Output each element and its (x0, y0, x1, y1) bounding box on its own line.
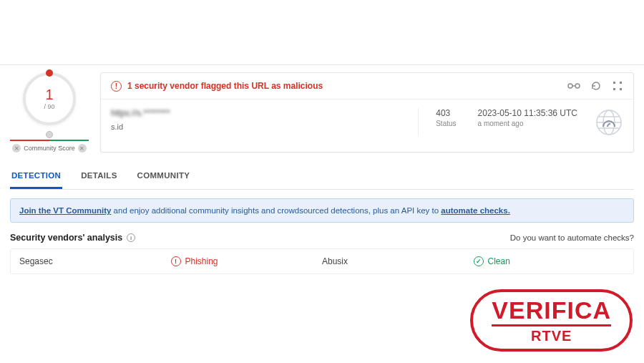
tab-community[interactable]: COMMUNITY (136, 165, 192, 189)
vendor-name: Segasec (19, 256, 171, 266)
scanned-domain: s.id (111, 122, 405, 131)
svg-rect-3 (620, 82, 622, 84)
vendor-name: Abusix (322, 256, 474, 266)
community-score-label: Community Score (24, 145, 75, 152)
scanned-url: https://s.******** (111, 108, 405, 118)
summary-card: ! 1 security vendor flagged this URL as … (100, 72, 634, 153)
http-status-label: Status (436, 120, 456, 127)
svg-rect-4 (613, 88, 615, 90)
banner-text: and enjoy additional community insights … (111, 206, 441, 215)
detection-score-circle: 1 / 90 (23, 72, 76, 125)
tabs: DETECTION DETAILS COMMUNITY (10, 165, 634, 190)
svg-point-1 (575, 84, 580, 88)
svg-rect-2 (613, 82, 615, 84)
tab-details[interactable]: DETAILS (79, 165, 118, 189)
score-indicator-dot (46, 69, 53, 77)
community-gauge (10, 131, 89, 141)
table-row: Segasec ! Phishing Abusix ✓ Clean (11, 249, 633, 274)
check-circle-icon: ✓ (474, 256, 484, 266)
score-denominator: / 90 (44, 103, 54, 110)
http-status-code: 403 (436, 108, 456, 118)
x-circle-icon: ✕ (12, 144, 21, 153)
analysis-timestamp: 2023-05-10 11:35:36 UTC (478, 108, 577, 118)
analysis-relative-time: a moment ago (478, 120, 577, 127)
score-numerator: 1 (45, 87, 53, 102)
verdict-label: Phishing (185, 256, 218, 266)
alert-text: 1 security vendor flagged this URL as ma… (127, 81, 323, 91)
gauge-marker-icon (46, 131, 53, 138)
x-circle-icon: ✕ (78, 144, 87, 153)
reanalyze-icon[interactable] (590, 80, 602, 92)
community-score-label-row: ✕ Community Score ✕ (12, 144, 87, 153)
card-actions (567, 80, 623, 92)
vendor-verdict: ! Phishing (171, 256, 323, 266)
score-panel: 1 / 90 ✕ Community Score ✕ (10, 72, 89, 153)
view-graph-icon[interactable] (567, 80, 580, 92)
alert-bar: ! 1 security vendor flagged this URL as … (101, 73, 633, 100)
analysis-header: Security vendors' analysis i Do you want… (10, 233, 634, 243)
alert-circle-icon: ! (111, 81, 122, 92)
stamp-line2: RTVE (492, 324, 611, 344)
join-community-link[interactable]: Join the VT Community (19, 206, 111, 215)
resource-type-icon (595, 108, 623, 137)
analysis-title: Security vendors' analysis (10, 233, 122, 243)
automate-checks-prompt[interactable]: Do you want to automate checks? (510, 233, 634, 242)
verification-stamp: VERIFICA RTVE (470, 289, 633, 352)
vendors-table: Segasec ! Phishing Abusix ✓ Clean (10, 248, 634, 274)
info-icon[interactable]: i (127, 233, 135, 242)
tab-detection[interactable]: DETECTION (10, 165, 62, 189)
more-options-icon[interactable] (612, 80, 623, 92)
vendor-verdict: ✓ Clean (474, 256, 625, 266)
svg-point-0 (568, 84, 572, 88)
summary-info-row: https://s.******** s.id 403 Status 2023-… (101, 100, 633, 147)
svg-rect-5 (620, 88, 622, 90)
join-community-banner: Join the VT Community and enjoy addition… (10, 198, 634, 223)
stamp-line1: VERIFICA (492, 298, 611, 322)
automate-checks-link[interactable]: automate checks. (441, 206, 510, 215)
verdict-label: Clean (488, 256, 510, 266)
warning-circle-icon: ! (171, 256, 181, 266)
